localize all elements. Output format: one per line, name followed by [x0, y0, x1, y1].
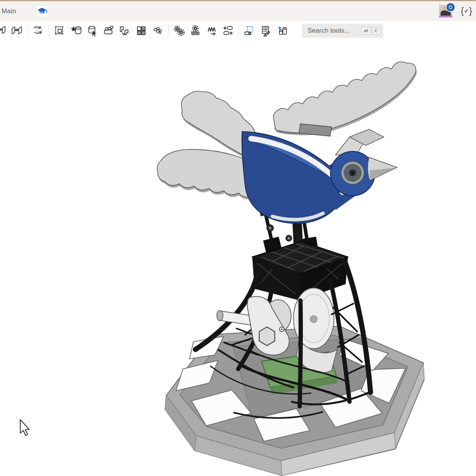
- braces-check-icon[interactable]: {✓}: [461, 6, 472, 16]
- part-studio-star-icon[interactable]: [70, 25, 82, 37]
- onshape-app: { "topbar": { "document_tab": "Main", "l…: [0, 0, 476, 476]
- key-badge-c: C: [372, 27, 380, 35]
- key-badge-alt: alt: [361, 27, 371, 35]
- gear-relation-icon[interactable]: [173, 25, 185, 37]
- hex-base[interactable]: [165, 326, 424, 476]
- in-context-icon[interactable]: [244, 25, 255, 37]
- edit-part-cursor-icon[interactable]: [86, 25, 98, 37]
- insert-parts-icon[interactable]: [276, 25, 288, 37]
- search-input[interactable]: Search tools...: [305, 27, 360, 35]
- bird-body[interactable]: [242, 129, 397, 223]
- mate-icon[interactable]: [11, 25, 23, 37]
- belt-relation-icon[interactable]: [222, 25, 234, 37]
- mouse-cursor: [20, 420, 29, 436]
- replicate-icon[interactable]: [32, 25, 44, 37]
- toolbar-separator: [49, 25, 49, 37]
- tab-main[interactable]: Main: [0, 7, 16, 15]
- assembly-toolbar: Search tools... alt C: [0, 21, 476, 40]
- assembly-viewport[interactable]: [0, 0, 476, 476]
- mate-partial-icon[interactable]: [0, 25, 6, 37]
- top-bar: Main {✓}: [0, 1, 476, 21]
- toolbar-separator: [168, 25, 169, 37]
- toolbar-separator: [27, 25, 28, 37]
- learning-center-button[interactable]: [37, 6, 47, 17]
- gear-cluster-icon[interactable]: [152, 25, 163, 37]
- toolbar-separator: [239, 25, 239, 37]
- group-parts-icon[interactable]: [103, 25, 114, 37]
- rack-pinion-icon[interactable]: [190, 25, 201, 37]
- transform-icon[interactable]: [54, 25, 65, 37]
- onshape-logo-badge: [446, 2, 455, 12]
- user-avatar[interactable]: [439, 4, 453, 19]
- graduation-cap-icon: [37, 7, 47, 16]
- bom-icon[interactable]: [260, 25, 272, 37]
- bird-head[interactable]: [330, 129, 397, 196]
- pattern-grid-icon[interactable]: [135, 25, 147, 37]
- mirror-parts-icon[interactable]: [119, 25, 131, 37]
- screw-relation-icon[interactable]: [206, 25, 218, 37]
- search-tools-box[interactable]: Search tools... alt C: [302, 24, 383, 38]
